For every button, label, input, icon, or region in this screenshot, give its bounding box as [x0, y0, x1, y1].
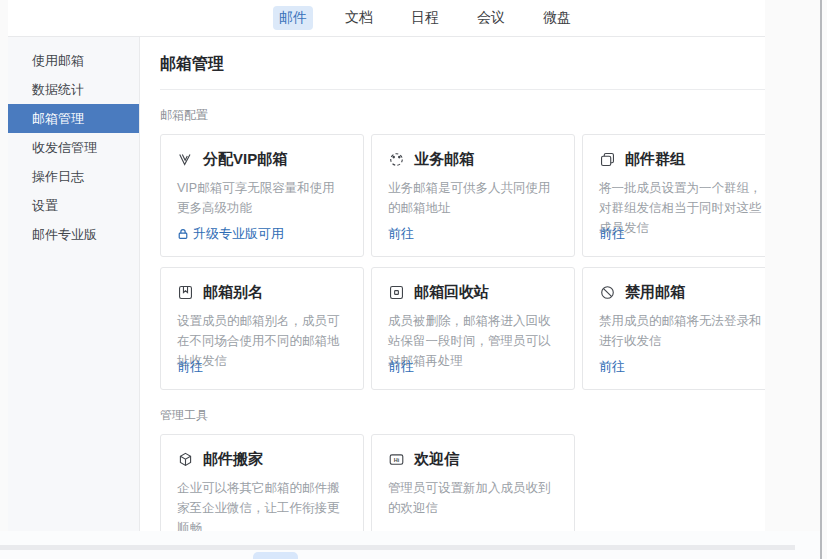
- card-group-action-label: 前往: [599, 225, 625, 243]
- card-shared-title: 业务邮箱: [414, 150, 474, 169]
- card-vip: 分配VIP邮箱VIP邮箱可享无限容量和使用更多高级功能升级专业版可用: [160, 134, 364, 257]
- sidebar-item-mail-pro[interactable]: 邮件专业版: [8, 220, 139, 249]
- mail-move-icon: [177, 451, 194, 468]
- card-shared-head: 业务邮箱: [388, 150, 558, 169]
- top-nav: 邮件文档日程会议微盘: [273, 6, 577, 30]
- svg-text:Hi: Hi: [394, 457, 400, 463]
- sidebar-item-send-receive[interactable]: 收发信管理: [8, 133, 139, 162]
- top-tab-mail[interactable]: 邮件: [273, 6, 313, 30]
- card-move: 邮件搬家企业可以将其它邮箱的邮件搬家至企业微信，让工作衔接更顺畅前往: [160, 434, 364, 531]
- card-recycle-action-label: 前往: [388, 358, 414, 376]
- sidebar-item-settings[interactable]: 设置: [8, 191, 139, 220]
- top-tab-drive[interactable]: 微盘: [537, 6, 577, 30]
- recycle-bin-icon: [388, 284, 405, 301]
- main-sections: 邮箱配置分配VIP邮箱VIP邮箱可享无限容量和使用更多高级功能升级专业版可用业务…: [160, 107, 765, 531]
- card-disable-action[interactable]: 前往: [599, 358, 625, 376]
- card-group-head: 邮件群组: [599, 150, 765, 169]
- sidebar-item-mailbox-management[interactable]: 邮箱管理: [8, 104, 139, 133]
- card-disable-head: 禁用邮箱: [599, 283, 765, 302]
- card-welcome: Hi欢迎信管理员可设置新加入成员收到的欢迎信前往: [371, 434, 575, 531]
- card-group-title: 邮件群组: [625, 150, 685, 169]
- card-vip-title: 分配VIP邮箱: [203, 150, 287, 169]
- card-alias-head: 邮箱别名: [177, 283, 347, 302]
- card-alias-action-label: 前往: [177, 358, 203, 376]
- card-welcome-head: Hi欢迎信: [388, 450, 558, 469]
- cards-mailbox-config: 分配VIP邮箱VIP邮箱可享无限容量和使用更多高级功能升级专业版可用业务邮箱业务…: [160, 134, 765, 390]
- card-disable-title: 禁用邮箱: [625, 283, 685, 302]
- sidebar-item-statistics[interactable]: 数据统计: [8, 75, 139, 104]
- welcome-icon: Hi: [388, 451, 405, 468]
- card-move-title: 邮件搬家: [203, 450, 263, 469]
- disable-icon: [599, 284, 616, 301]
- card-recycle-action[interactable]: 前往: [388, 358, 414, 376]
- card-disable-action-label: 前往: [599, 358, 625, 376]
- card-alias-action[interactable]: 前往: [177, 358, 203, 376]
- card-vip-desc: VIP邮箱可享无限容量和使用更多高级功能: [177, 178, 347, 218]
- card-vip-action[interactable]: 升级专业版可用: [177, 225, 284, 243]
- card-move-desc: 企业可以将其它邮箱的邮件搬家至企业微信，让工作衔接更顺畅: [177, 478, 347, 531]
- card-shared: 业务邮箱业务邮箱是可供多人共同使用的邮箱地址前往: [371, 134, 575, 257]
- sidebar: 使用邮箱数据统计邮箱管理收发信管理操作日志设置邮件专业版: [8, 37, 140, 531]
- top-tab-meeting[interactable]: 会议: [471, 6, 511, 30]
- card-vip-action-label: 升级专业版可用: [193, 225, 284, 243]
- top-bar: 邮件文档日程会议微盘: [8, 0, 765, 37]
- card-shared-action[interactable]: 前往: [388, 225, 414, 243]
- card-welcome-title: 欢迎信: [414, 450, 459, 469]
- vip-icon: [177, 151, 194, 168]
- card-group: 邮件群组将一批成员设置为一个群组，对群组发信相当于同时对这些成员发信前往: [582, 134, 765, 257]
- app-body: 使用邮箱数据统计邮箱管理收发信管理操作日志设置邮件专业版 邮箱管理 邮箱配置分配…: [8, 37, 765, 531]
- card-vip-head: 分配VIP邮箱: [177, 150, 347, 169]
- section-label-admin-tools: 管理工具: [160, 407, 765, 424]
- alias-icon: [177, 284, 194, 301]
- lock-icon: [177, 228, 189, 240]
- main-inner: 邮箱管理 邮箱配置分配VIP邮箱VIP邮箱可享无限容量和使用更多高级功能升级专业…: [160, 54, 765, 531]
- window-edge-line: [820, 0, 822, 559]
- admin-app-window: 邮件文档日程会议微盘 使用邮箱数据统计邮箱管理收发信管理操作日志设置邮件专业版 …: [8, 0, 765, 531]
- card-shared-desc: 业务邮箱是可供多人共同使用的邮箱地址: [388, 178, 558, 218]
- card-recycle-head: 邮箱回收站: [388, 283, 558, 302]
- cards-admin-tools: 邮件搬家企业可以将其它邮箱的邮件搬家至企业微信，让工作衔接更顺畅前往Hi欢迎信管…: [160, 434, 765, 531]
- section-label-mailbox-config: 邮箱配置: [160, 107, 765, 124]
- card-shared-action-label: 前往: [388, 225, 414, 243]
- page-title: 邮箱管理: [160, 54, 765, 89]
- main-content: 邮箱管理 邮箱配置分配VIP邮箱VIP邮箱可享无限容量和使用更多高级功能升级专业…: [140, 37, 765, 531]
- card-move-head: 邮件搬家: [177, 450, 347, 469]
- title-divider: [160, 89, 765, 90]
- shared-mailbox-icon: [388, 151, 405, 168]
- card-group-action[interactable]: 前往: [599, 225, 625, 243]
- mail-group-icon: [599, 151, 616, 168]
- top-tab-schedule[interactable]: 日程: [405, 6, 445, 30]
- top-tab-docs[interactable]: 文档: [339, 6, 379, 30]
- card-disable: 禁用邮箱禁用成员的邮箱将无法登录和进行收发信前往: [582, 267, 765, 390]
- bottom-partial-button: [253, 552, 298, 559]
- card-recycle-title: 邮箱回收站: [414, 283, 489, 302]
- sidebar-item-operation-logs[interactable]: 操作日志: [8, 162, 139, 191]
- card-alias-title: 邮箱别名: [203, 283, 263, 302]
- sidebar-item-use-mailbox[interactable]: 使用邮箱: [8, 46, 139, 75]
- bottom-divider: [0, 545, 795, 550]
- card-welcome-desc: 管理员可设置新加入成员收到的欢迎信: [388, 478, 558, 518]
- card-recycle: 邮箱回收站成员被删除，邮箱将进入回收站保留一段时间，管理员可以对邮箱再处理前往: [371, 267, 575, 390]
- card-disable-desc: 禁用成员的邮箱将无法登录和进行收发信: [599, 311, 765, 351]
- card-alias: 邮箱别名设置成员的邮箱别名，成员可在不同场合使用不同的邮箱地址收发信前往: [160, 267, 364, 390]
